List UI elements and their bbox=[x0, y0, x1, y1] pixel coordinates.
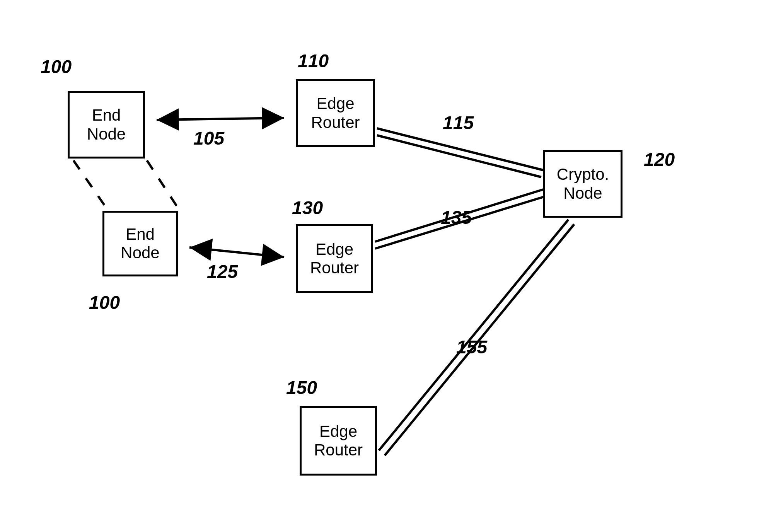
dashed-link-endnodes bbox=[73, 160, 108, 211]
end-node-2-label: EndNode bbox=[121, 225, 159, 263]
link-105 bbox=[157, 118, 284, 120]
dashed-link-endnodes-2 bbox=[147, 160, 180, 211]
ref-100a: 100 bbox=[41, 56, 72, 77]
link-115 bbox=[377, 128, 543, 177]
svg-line-0 bbox=[377, 128, 543, 170]
ref-100b: 100 bbox=[89, 292, 120, 313]
link-125 bbox=[189, 247, 284, 257]
edge-router-1: EdgeRouter bbox=[296, 79, 375, 147]
ref-110: 110 bbox=[298, 50, 329, 72]
diagram-canvas: EndNode EndNode EdgeRouter EdgeRouter Ed… bbox=[0, 0, 776, 532]
svg-line-4 bbox=[379, 220, 568, 450]
ref-115: 115 bbox=[443, 112, 474, 133]
edge-router-3-label: EdgeRouter bbox=[314, 422, 363, 460]
ref-130: 130 bbox=[292, 197, 323, 218]
end-node-2: EndNode bbox=[102, 211, 178, 276]
edge-router-2: EdgeRouter bbox=[296, 224, 373, 293]
ref-155: 155 bbox=[456, 336, 487, 358]
edge-router-1-label: EdgeRouter bbox=[311, 94, 360, 132]
ref-150: 150 bbox=[286, 377, 317, 398]
end-node-1-label: EndNode bbox=[87, 106, 126, 143]
ref-120: 120 bbox=[644, 149, 675, 170]
svg-line-1 bbox=[377, 135, 541, 177]
ref-105: 105 bbox=[193, 128, 224, 149]
crypto-node-label: Crypto.Node bbox=[557, 165, 609, 203]
ref-135: 135 bbox=[441, 207, 472, 228]
edge-router-2-label: EdgeRouter bbox=[310, 240, 359, 278]
end-node-1: EndNode bbox=[68, 91, 145, 159]
edge-router-3: EdgeRouter bbox=[300, 406, 377, 476]
crypto-node: Crypto.Node bbox=[543, 150, 623, 218]
ref-125: 125 bbox=[207, 261, 238, 282]
